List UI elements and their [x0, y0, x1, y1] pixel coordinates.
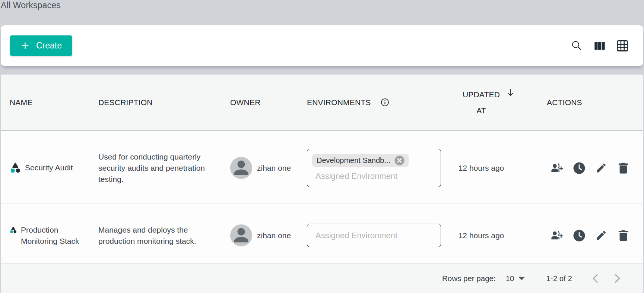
- workspace-name: Production Monitoring Stack: [21, 224, 80, 247]
- rows-per-page-value: 10: [506, 274, 514, 283]
- name-cell: Security Audit: [1, 131, 89, 204]
- actions-cell: [526, 131, 643, 204]
- table-row: Production Monitoring Stack Manages and …: [1, 204, 643, 264]
- environments-cell: Assigned Environment: [298, 204, 437, 263]
- owner-avatar: [230, 157, 252, 179]
- column-header-actions: ACTIONS: [526, 75, 643, 130]
- workspaces-table: NAME DESCRIPTION OWNER ENVIRONMENTS UPDA…: [1, 75, 643, 293]
- column-header-updated-at[interactable]: UPDATED AT: [437, 75, 526, 130]
- rows-per-page-select[interactable]: 10: [506, 274, 526, 283]
- table-row: Security Audit Used for conducting quart…: [1, 131, 643, 204]
- select-caret-icon: [518, 276, 525, 281]
- environment-placeholder[interactable]: Assigned Environment: [312, 170, 436, 183]
- description-cell: Manages and deploys the production monit…: [89, 204, 221, 263]
- toolbar-icons: [570, 38, 630, 53]
- environment-select[interactable]: Assigned Environment: [307, 224, 441, 247]
- create-button-label: Create: [36, 41, 62, 51]
- delete-button[interactable]: [617, 230, 629, 242]
- updated-at-value: 12 hours ago: [459, 231, 504, 240]
- column-header-description[interactable]: DESCRIPTION: [89, 75, 221, 130]
- updated-at-cell: 12 hours ago: [437, 204, 526, 263]
- plus-icon: [20, 41, 30, 50]
- workspace-description: Manages and deploys the production monit…: [98, 224, 207, 247]
- updated-at-value: 12 hours ago: [459, 164, 504, 173]
- rows-per-page-label: Rows per page:: [442, 274, 496, 283]
- search-button[interactable]: [570, 38, 584, 53]
- column-header-owner[interactable]: OWNER: [221, 75, 298, 130]
- environments-cell: Development Sandb... Assigned Environmen…: [298, 131, 437, 204]
- add-user-button[interactable]: [551, 230, 563, 242]
- add-user-button[interactable]: [551, 162, 563, 174]
- edit-button[interactable]: [595, 162, 607, 174]
- grid-icon: [617, 40, 628, 51]
- view-column-icon: [594, 42, 605, 50]
- environment-select[interactable]: Development Sandb... Assigned Environmen…: [307, 149, 441, 187]
- owner-cell: zihan one: [221, 204, 298, 263]
- pagination-range: 1-2 of 2: [546, 274, 572, 283]
- history-button[interactable]: [573, 230, 585, 242]
- environment-placeholder[interactable]: Assigned Environment: [312, 229, 397, 242]
- owner-cell: zihan one: [221, 131, 298, 204]
- workspace-category-icon: [9, 226, 17, 234]
- environment-chip: Development Sandb...: [312, 154, 409, 167]
- edit-button[interactable]: [595, 230, 607, 242]
- info-icon[interactable]: [380, 98, 390, 107]
- page-title: All Workspaces: [1, 0, 61, 10]
- owner-name: zihan one: [257, 231, 291, 240]
- grid-view-button[interactable]: [615, 38, 630, 53]
- toolbar: Create: [1, 25, 643, 66]
- chevron-right-icon: [612, 272, 624, 284]
- sort-desc-arrow-icon[interactable]: [505, 87, 515, 98]
- next-page-button[interactable]: [610, 271, 625, 286]
- workspace-name: Security Audit: [25, 162, 73, 173]
- table-pagination: Rows per page: 10 1-2 of 2: [1, 264, 643, 293]
- environment-chip-label: Development Sandb...: [317, 156, 390, 165]
- column-view-button[interactable]: [592, 38, 607, 53]
- updated-at-header-label: UPDATED AT: [460, 86, 502, 119]
- actions-cell: [526, 204, 643, 263]
- environments-header-label: ENVIRONMENTS: [307, 98, 371, 107]
- owner-avatar: [230, 224, 252, 246]
- name-cell: Production Monitoring Stack: [1, 204, 89, 263]
- owner-name: zihan one: [257, 164, 291, 173]
- updated-at-cell: 12 hours ago: [437, 131, 526, 204]
- updated-at-header-text: UPDATED AT: [463, 90, 500, 115]
- description-cell: Used for conducting quarterly security a…: [89, 131, 221, 204]
- chevron-left-icon: [589, 272, 601, 284]
- table-header-row: NAME DESCRIPTION OWNER ENVIRONMENTS UPDA…: [1, 75, 643, 131]
- previous-page-button[interactable]: [588, 271, 603, 286]
- history-button[interactable]: [573, 162, 585, 174]
- column-header-environments[interactable]: ENVIRONMENTS: [298, 75, 437, 130]
- create-button[interactable]: Create: [10, 35, 72, 56]
- workspace-category-icon: [9, 162, 21, 174]
- search-icon: [572, 41, 582, 51]
- delete-button[interactable]: [617, 162, 629, 174]
- column-header-name[interactable]: NAME: [1, 75, 89, 130]
- chip-remove-icon[interactable]: [394, 155, 405, 166]
- workspace-description: Used for conducting quarterly security a…: [98, 151, 207, 185]
